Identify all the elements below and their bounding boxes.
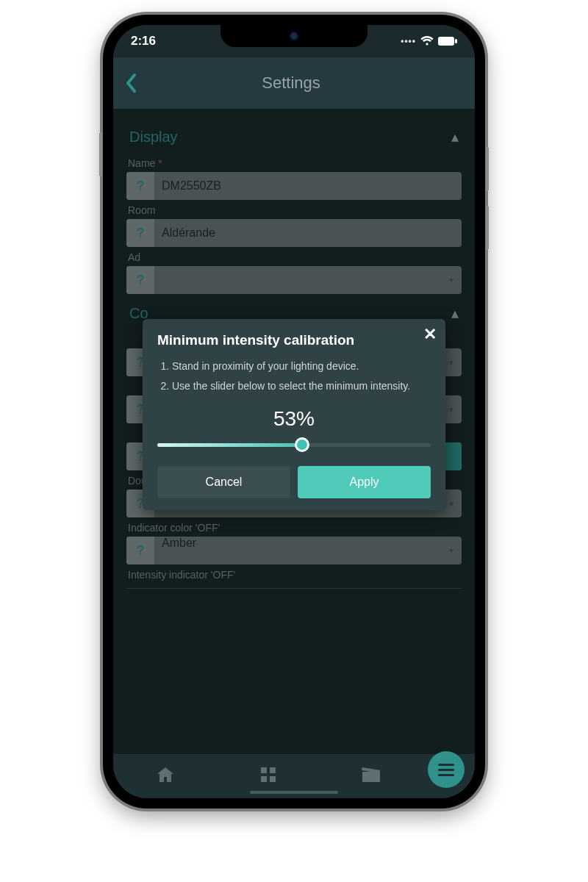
clapper-icon: [361, 766, 381, 784]
nav-scenes[interactable]: [361, 766, 381, 786]
address-value: [154, 266, 441, 294]
svg-rect-5: [270, 776, 276, 782]
section-display-label: Display: [129, 129, 178, 146]
section-display[interactable]: Display ▴: [126, 118, 462, 153]
help-icon[interactable]: ?: [126, 219, 154, 247]
power-button: [99, 132, 102, 176]
room-input[interactable]: [154, 219, 462, 247]
chevron-up-icon: ▴: [451, 304, 459, 322]
close-button[interactable]: ✕: [423, 325, 437, 344]
divider: [126, 588, 462, 589]
indicator-off-label: Indicator color 'OFF': [128, 522, 462, 534]
modal-step-2: Use the slider below to select the minim…: [172, 379, 431, 394]
intensity-indicator-label: Intensity indicator 'OFF': [128, 569, 462, 581]
room-field[interactable]: ?: [126, 219, 462, 247]
svg-rect-1: [455, 39, 457, 43]
menu-fab[interactable]: [428, 751, 465, 788]
nav-grid[interactable]: [259, 766, 277, 786]
help-icon[interactable]: ?: [126, 537, 154, 564]
signal-dots-icon: ••••: [401, 36, 416, 46]
svg-rect-4: [261, 776, 267, 782]
indicator-off-field[interactable]: ? Amber ▾: [126, 537, 462, 564]
volume-up-button: [486, 147, 489, 191]
calibration-modal: ✕ Minimum intensity calibration Stand in…: [143, 319, 445, 510]
chevron-up-icon: ▴: [451, 128, 459, 146]
back-button[interactable]: [125, 73, 137, 93]
home-icon: [155, 765, 176, 784]
modal-step-1: Stand in proximity of your lighting devi…: [172, 359, 431, 374]
address-label: Ad: [128, 251, 462, 263]
help-icon[interactable]: ?: [126, 172, 154, 200]
chevron-left-icon: [125, 73, 137, 93]
address-field[interactable]: ? ▾: [126, 266, 462, 294]
name-field[interactable]: ?: [126, 172, 462, 200]
intensity-slider[interactable]: [157, 438, 431, 451]
slider-thumb[interactable]: [295, 437, 309, 452]
phone-screen: 2:16 •••• Settings Display ▴: [113, 25, 475, 798]
cancel-button[interactable]: Cancel: [157, 466, 290, 498]
wifi-icon: [420, 36, 434, 46]
slider-fill: [157, 443, 302, 447]
apply-button[interactable]: Apply: [298, 466, 431, 498]
name-input[interactable]: [154, 172, 462, 200]
page-title: Settings: [137, 74, 463, 93]
svg-rect-3: [270, 767, 276, 773]
svg-rect-0: [438, 37, 454, 46]
battery-icon: [438, 37, 457, 46]
volume-down-button: [486, 206, 489, 250]
chevron-down-icon: ▾: [441, 266, 462, 294]
close-icon: ✕: [423, 325, 437, 343]
chevron-down-icon: ▾: [441, 537, 462, 564]
grid-icon: [259, 766, 277, 784]
menu-icon: [438, 769, 454, 771]
name-label: Name *: [128, 157, 462, 169]
indicator-off-value: Amber: [154, 537, 441, 564]
intensity-value: 53%: [157, 407, 431, 431]
phone-frame: 2:16 •••• Settings Display ▴: [103, 15, 485, 808]
modal-title: Minimum intensity calibration: [157, 332, 431, 348]
room-label: Room: [128, 204, 462, 216]
nav-home[interactable]: [155, 765, 176, 787]
status-time: 2:16: [131, 34, 156, 49]
home-indicator: [250, 791, 338, 794]
phone-notch: [220, 25, 368, 47]
app-header: Settings: [113, 57, 475, 109]
svg-rect-2: [261, 767, 267, 773]
help-icon[interactable]: ?: [126, 266, 154, 294]
